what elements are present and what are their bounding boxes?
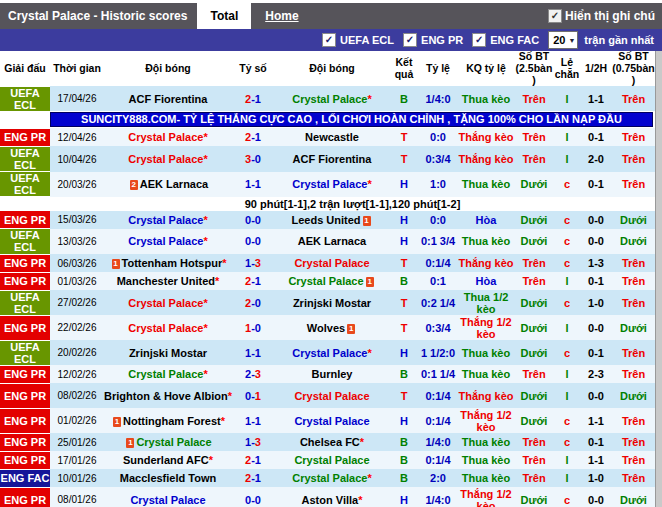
red-card-icon: 1 [347, 324, 355, 334]
home-team-name[interactable]: Crystal Palace [128, 297, 203, 309]
full-time-score: 2-3 [232, 365, 274, 383]
full-time-score: 1-1 [232, 172, 274, 197]
result-letter: B [390, 469, 418, 487]
goals-line-result: Dưới [514, 229, 554, 254]
match-row: ENG PR17/01/26Sunderland AFC*2-1Crystal … [0, 451, 655, 469]
home-team: Macclesfield Town [104, 469, 232, 487]
odd-even-result: c [554, 229, 580, 254]
aggregate-note-row: 90 phút[1-1],2 trận lượt[1-1],120 phút[1… [0, 197, 655, 211]
away-team-name[interactable]: Aston Villa [302, 494, 359, 506]
goals-line-result: Dưới [514, 487, 554, 507]
home-team-name[interactable]: Crystal Palace [128, 368, 203, 380]
home-team-name[interactable]: Crystal Palace [128, 131, 203, 143]
odds-value: 2:0 [418, 469, 458, 487]
home-team-name[interactable]: Tottenham Hotspur [122, 257, 223, 269]
red-card-icon: 1 [126, 438, 134, 448]
away-team-name[interactable]: Zrinjski Mostar [293, 297, 371, 309]
away-team-name[interactable]: Crystal Palace [294, 257, 369, 269]
match-row: UEFA ECL13/03/26Crystal Palace*0-0AEK La… [0, 229, 655, 254]
home-team-name[interactable]: Crystal Palace [128, 153, 203, 165]
red-card-icon: 2 [130, 180, 138, 190]
home-team-name[interactable]: Crystal Palace [130, 494, 205, 506]
odds-value: 0:2 1/4 [418, 290, 458, 315]
away-team: Crystal Palace* [274, 469, 390, 487]
home-team-name[interactable]: Sunderland AFC [123, 454, 209, 466]
half-time-score: 0-1 [580, 433, 612, 451]
home-team-name[interactable]: Crystal Palace [136, 436, 211, 448]
away-team-name[interactable]: Newcastle [305, 131, 359, 143]
home-team-name[interactable]: Zrinjski Mostar [129, 347, 207, 359]
away-team-name[interactable]: Chelsea FC [300, 436, 360, 448]
away-team-name[interactable]: Burnley [312, 368, 353, 380]
odds-result: Thua kèo [458, 86, 514, 111]
away-team-name[interactable]: Crystal Palace [292, 178, 367, 190]
home-team-star: * [215, 275, 219, 287]
full-time-score: 1-3 [232, 433, 274, 451]
home-team-name[interactable]: Macclesfield Town [120, 472, 216, 484]
home-team: 1Crystal Palace [104, 433, 232, 451]
home-team-name[interactable]: Manchester United [117, 275, 215, 287]
goals-line-result: Dưới [514, 383, 554, 408]
match-date: 12/04/26 [50, 128, 104, 146]
scrollbar-track[interactable] [655, 51, 662, 507]
odds-value: 1 1/2:0 [418, 340, 458, 365]
match-date: 12/02/26 [50, 365, 104, 383]
show-notes-checkbox[interactable]: ✓ [548, 9, 562, 23]
away-team-name[interactable]: Crystal Palace [292, 347, 367, 359]
ad-banner[interactable]: SUNCITY888.COM- TỶ LỆ THẮNG CỰC CAO , LỐ… [50, 112, 653, 127]
goals-line-result: Dưới [514, 340, 554, 365]
league-badge: ENG PR [0, 315, 50, 340]
uefa-ecl-checkbox[interactable]: ✓ [322, 33, 336, 47]
odds-value: 1:0 [418, 172, 458, 197]
result-letter: B [390, 272, 418, 290]
away-team-name[interactable]: AEK Larnaca [298, 235, 366, 247]
match-date: 27/02/26 [50, 290, 104, 315]
home-team-name[interactable]: Brighton & Hove Albion [104, 390, 228, 402]
odds-result: Thắng kèo [458, 146, 514, 171]
home-team-star: * [222, 257, 226, 269]
home-team-name[interactable]: Crystal Palace [128, 322, 203, 334]
match-row: ENG PR08/01/26Crystal Palace0-0Aston Vil… [0, 487, 655, 507]
tab-total[interactable]: Total [197, 3, 251, 29]
away-team-name[interactable]: Crystal Palace [294, 415, 369, 427]
away-team-name[interactable]: Crystal Palace [294, 454, 369, 466]
full-time-score: 1-3 [232, 254, 274, 272]
away-team-name[interactable]: Crystal Palace [292, 472, 367, 484]
goals-line2-result: Trên [612, 433, 655, 451]
eng-pr-checkbox[interactable]: ✓ [403, 33, 417, 47]
match-row: ENG PR01/03/26Manchester United*2-1Cryst… [0, 272, 655, 290]
home-team: Brighton & Hove Albion* [104, 383, 232, 408]
half-time-score: 0-0 [580, 211, 612, 229]
match-count-select[interactable]: 20 ▼ [548, 31, 578, 49]
home-team-name[interactable]: Crystal Palace [128, 214, 203, 226]
league-badge: ENG PR [0, 254, 50, 272]
home-team-name[interactable]: ACF Fiorentina [129, 93, 208, 105]
home-team: ACF Fiorentina [104, 86, 232, 111]
away-team-name[interactable]: Leeds United [291, 214, 360, 226]
odd-even-result: c [554, 487, 580, 507]
red-card-icon: 1 [113, 417, 121, 427]
home-team-name[interactable]: Crystal Palace [128, 235, 203, 247]
result-letter: B [390, 365, 418, 383]
home-team-name[interactable]: AEK Larnaca [140, 178, 208, 190]
goals-line2-result: Dưới [612, 211, 655, 229]
home-team-name[interactable]: Nottingham Forest [123, 415, 221, 427]
away-team-name[interactable]: Crystal Palace [294, 390, 369, 402]
eng-fac-checkbox[interactable]: ✓ [472, 33, 486, 47]
half-time-score: 2-3 [580, 365, 612, 383]
away-team-name[interactable]: Crystal Palace [288, 275, 363, 287]
odds-result: Thua kèo [458, 172, 514, 197]
away-team-name[interactable]: ACF Fiorentina [293, 153, 372, 165]
home-team: Crystal Palace* [104, 146, 232, 171]
ad-banner-row: SUNCITY888.COM- TỶ LỆ THẮNG CỰC CAO , LỐ… [0, 111, 655, 128]
history-table: Giải đấuThời gianĐội bóngTỷ sốĐội bóngKế… [0, 51, 655, 507]
away-team-name[interactable]: Wolves [307, 322, 345, 334]
odds-value: 0:1/4 [418, 383, 458, 408]
league-badge: UEFA ECL [0, 229, 50, 254]
away-team: Burnley [274, 365, 390, 383]
match-row: UEFA ECL20/02/26Zrinjski Mostar1-1Crysta… [0, 340, 655, 365]
away-team-name[interactable]: Crystal Palace [292, 93, 367, 105]
full-time-score: 1-1 [232, 340, 274, 365]
tab-home[interactable]: Home [251, 3, 312, 29]
result-letter: B [390, 433, 418, 451]
